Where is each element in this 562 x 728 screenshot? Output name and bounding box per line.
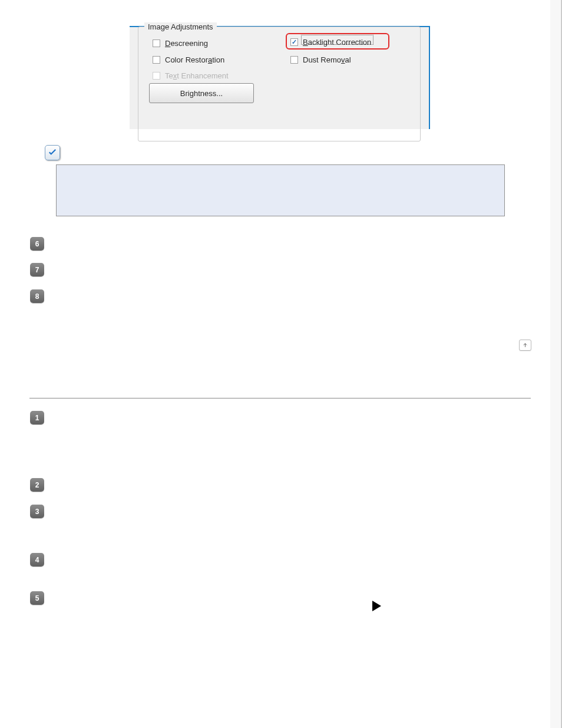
to-top-icon[interactable] bbox=[519, 340, 531, 351]
checkbox-box bbox=[153, 56, 160, 64]
brightness-button[interactable]: Brightness... bbox=[149, 83, 254, 103]
checkbox-label: Descreening bbox=[165, 39, 208, 48]
checkbox-label: Dust Removal bbox=[303, 55, 351, 64]
checkbox-box bbox=[153, 72, 160, 80]
document-page: Image Adjustments Descreening Backlight … bbox=[0, 0, 562, 728]
step-badge-4: 4 bbox=[30, 553, 44, 566]
step-badge-8: 8 bbox=[30, 289, 44, 303]
checkbox-box bbox=[153, 39, 160, 47]
step-badge-6: 6 bbox=[30, 237, 44, 251]
image-adjustments-panel: Image Adjustments Descreening Backlight … bbox=[130, 26, 430, 129]
checkbox-box bbox=[290, 56, 298, 64]
checkbox-dust-removal[interactable]: Dust Removal bbox=[290, 55, 351, 64]
button-label: Brightness... bbox=[180, 89, 223, 98]
checkbox-descreening[interactable]: Descreening bbox=[153, 39, 208, 48]
checkbox-box bbox=[290, 38, 298, 46]
step-badge-5: 5 bbox=[30, 591, 44, 605]
checkbox-text-enhancement: Text Enhancement bbox=[153, 71, 229, 80]
play-icon bbox=[372, 601, 381, 611]
image-adjustments-groupbox: Image Adjustments Descreening Backlight … bbox=[138, 27, 421, 141]
step-badge-2: 2 bbox=[30, 478, 44, 492]
step-badge-3: 3 bbox=[30, 505, 44, 518]
note-icon bbox=[45, 145, 60, 160]
step-badge-1: 1 bbox=[30, 411, 44, 424]
section-divider bbox=[29, 398, 531, 398]
step-badge-7: 7 bbox=[30, 263, 44, 276]
checkbox-backlight-correction[interactable]: Backlight Correction bbox=[290, 38, 371, 47]
groupbox-title: Image Adjustments bbox=[144, 22, 217, 31]
note-box bbox=[56, 164, 505, 216]
checkbox-label: Color Restoration bbox=[165, 55, 224, 64]
checkbox-label: Text Enhancement bbox=[165, 71, 229, 80]
checkbox-label: Backlight Correction bbox=[303, 38, 371, 47]
scrollbar[interactable] bbox=[550, 0, 560, 728]
checkbox-color-restoration[interactable]: Color Restoration bbox=[153, 55, 224, 64]
